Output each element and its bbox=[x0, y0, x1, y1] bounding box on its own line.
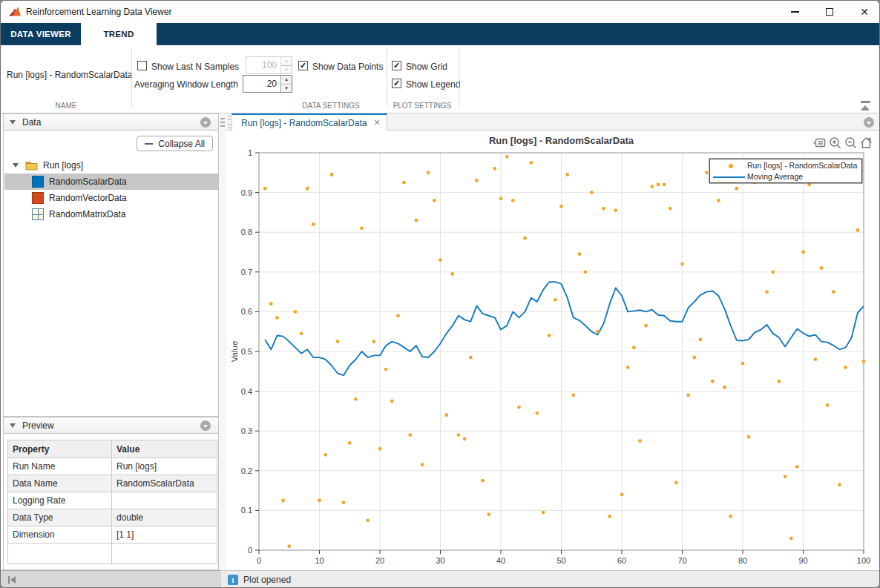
scatter-point[interactable] bbox=[329, 173, 333, 176]
scatter-point[interactable] bbox=[475, 179, 479, 182]
show-last-n-checkbox[interactable] bbox=[137, 61, 147, 70]
scatter-point[interactable] bbox=[657, 182, 660, 186]
scatter-point[interactable] bbox=[680, 262, 684, 266]
panel-collapse-icon[interactable] bbox=[10, 120, 16, 125]
document-tab[interactable]: Run [logs] - RandomScalarData ✕ bbox=[232, 113, 387, 131]
scatter-point[interactable] bbox=[312, 222, 315, 226]
scatter-point[interactable] bbox=[608, 515, 611, 518]
scatter-point[interactable] bbox=[463, 437, 467, 441]
scatter-point[interactable] bbox=[384, 368, 388, 371]
scatter-point[interactable] bbox=[784, 475, 787, 478]
scatter-point[interactable] bbox=[559, 205, 563, 208]
scatter-point[interactable] bbox=[481, 479, 485, 483]
scatter-point[interactable] bbox=[360, 226, 364, 230]
last-n-spinner[interactable]: 100 ▲▼ bbox=[246, 56, 292, 74]
spinner-down-icon[interactable]: ▼ bbox=[281, 84, 292, 93]
scatter-point[interactable] bbox=[807, 182, 811, 186]
scatter-point[interactable] bbox=[578, 252, 582, 256]
panel-menu-icon[interactable] bbox=[200, 117, 211, 128]
scatter-point[interactable] bbox=[795, 465, 799, 469]
scatter-point[interactable] bbox=[548, 334, 551, 337]
scatter-point[interactable] bbox=[571, 394, 575, 397]
scatter-point[interactable] bbox=[554, 298, 557, 302]
scatter-point[interactable] bbox=[747, 435, 751, 439]
scatter-point[interactable] bbox=[415, 219, 418, 222]
scatter-point[interactable] bbox=[499, 196, 503, 200]
scatter-point[interactable] bbox=[620, 493, 624, 497]
scatter-point[interactable] bbox=[838, 483, 841, 486]
scatter-point[interactable] bbox=[433, 199, 436, 202]
spinner-up-icon[interactable]: ▲ bbox=[281, 57, 292, 65]
scatter-point[interactable] bbox=[542, 511, 545, 515]
scatter-point[interactable] bbox=[281, 499, 285, 503]
scatter-point[interactable] bbox=[336, 340, 340, 343]
legend-entry-line[interactable]: Moving Average bbox=[710, 171, 861, 183]
scatter-point[interactable] bbox=[565, 173, 569, 176]
scatter-point[interactable] bbox=[390, 400, 394, 403]
scatter-point[interactable] bbox=[408, 433, 412, 437]
scatter-point[interactable] bbox=[505, 155, 509, 159]
scatter-point[interactable] bbox=[536, 412, 539, 415]
scatter-point[interactable] bbox=[457, 433, 461, 437]
scatter-point[interactable] bbox=[663, 182, 666, 186]
minimize-button[interactable] bbox=[778, 1, 812, 23]
scatter-point[interactable] bbox=[300, 331, 303, 335]
tree-expander-icon[interactable] bbox=[13, 163, 19, 168]
zoom-in-icon[interactable] bbox=[827, 135, 842, 150]
scatter-point[interactable] bbox=[692, 356, 696, 360]
scatter-point[interactable] bbox=[421, 463, 424, 466]
chart-legend[interactable]: Run [logs] - RandomScalarData Moving Ave… bbox=[709, 159, 862, 183]
zoom-out-icon[interactable] bbox=[843, 135, 858, 150]
scatter-point[interactable] bbox=[427, 171, 430, 174]
panel-collapse-icon[interactable] bbox=[10, 423, 16, 428]
scatter-point[interactable] bbox=[354, 397, 358, 401]
scatter-point[interactable] bbox=[717, 199, 720, 202]
scatter-point[interactable] bbox=[705, 171, 709, 174]
scatter-point[interactable] bbox=[372, 340, 375, 343]
scatter-point[interactable] bbox=[602, 207, 605, 211]
scatter-point[interactable] bbox=[366, 518, 370, 522]
scatter-point[interactable] bbox=[699, 338, 703, 342]
restore-view-home-icon[interactable] bbox=[858, 135, 873, 150]
scatter-point[interactable] bbox=[318, 499, 321, 503]
scatter-point[interactable] bbox=[269, 302, 273, 305]
scatter-point[interactable] bbox=[735, 187, 738, 191]
scatter-point[interactable] bbox=[493, 167, 496, 171]
scatter-point[interactable] bbox=[584, 270, 588, 274]
scatter-point[interactable] bbox=[856, 228, 859, 232]
scatter-point[interactable] bbox=[324, 453, 327, 457]
scatter-point[interactable] bbox=[342, 501, 346, 504]
tree-node-run-logs[interactable]: Run [logs] bbox=[4, 157, 218, 174]
collapse-all-button[interactable]: Collapse All bbox=[137, 136, 213, 151]
scatter-point[interactable] bbox=[294, 310, 298, 314]
scatter-point[interactable] bbox=[862, 360, 866, 363]
scatter-point[interactable] bbox=[844, 366, 847, 369]
preview-panel-header[interactable]: Preview bbox=[3, 417, 219, 434]
show-grid-checkbox[interactable] bbox=[392, 61, 401, 70]
scatter-point[interactable] bbox=[469, 356, 473, 360]
scatter-point[interactable] bbox=[396, 314, 400, 317]
scatter-point[interactable] bbox=[263, 187, 267, 191]
spinner-up-icon[interactable]: ▲ bbox=[281, 76, 292, 84]
scatter-point[interactable] bbox=[729, 515, 732, 518]
scatter-point[interactable] bbox=[444, 413, 448, 417]
scatter-point[interactable] bbox=[614, 208, 617, 212]
tabbar-menu-icon[interactable] bbox=[864, 117, 874, 128]
tree-item-randomscalardata[interactable]: RandomScalarData bbox=[4, 174, 218, 190]
toolstrip-collapse-button[interactable] bbox=[858, 100, 874, 112]
scatter-point[interactable] bbox=[813, 357, 817, 361]
scatter-point[interactable] bbox=[626, 366, 630, 369]
scatter-point[interactable] bbox=[638, 439, 642, 443]
show-legend-checkbox[interactable] bbox=[392, 79, 401, 88]
close-button[interactable]: ✕ bbox=[847, 1, 880, 23]
scatter-point[interactable] bbox=[275, 316, 279, 320]
scatter-point[interactable] bbox=[765, 290, 769, 294]
scatter-point[interactable] bbox=[450, 272, 454, 276]
scatter-point[interactable] bbox=[529, 161, 533, 165]
tree-item-randomvectordata[interactable]: RandomVectorData bbox=[4, 190, 218, 206]
tab-trend[interactable]: TREND bbox=[81, 23, 157, 45]
moving-average-line[interactable] bbox=[265, 282, 864, 375]
scatter-point[interactable] bbox=[306, 187, 309, 191]
scatter-point[interactable] bbox=[590, 191, 594, 194]
sidebar-collapse-icon[interactable] bbox=[8, 576, 16, 584]
